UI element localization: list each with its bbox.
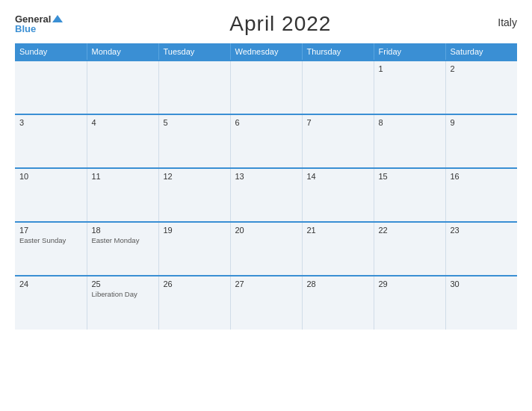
holiday-label: Easter Sunday: [19, 236, 82, 245]
table-row: 28: [302, 276, 374, 330]
table-row: 1: [374, 61, 445, 114]
table-row: [230, 61, 302, 114]
holiday-label: Easter Monday: [92, 236, 154, 245]
day-number: 29: [379, 279, 441, 288]
table-row: 23: [445, 222, 517, 276]
logo: General Blue: [15, 14, 63, 34]
table-row: 17Easter Sunday: [15, 222, 87, 276]
day-number: 4: [92, 118, 154, 127]
header-thursday: Thursday: [302, 43, 374, 61]
header-monday: Monday: [87, 43, 158, 61]
country-label: Italy: [498, 16, 517, 28]
table-row: 29: [374, 276, 445, 330]
day-number: 1: [379, 64, 441, 73]
table-row: 8: [374, 114, 445, 168]
day-number: 9: [451, 118, 513, 127]
header-saturday: Saturday: [445, 43, 517, 61]
table-row: 5: [158, 114, 230, 168]
header: General Blue April 2022 Italy: [15, 12, 517, 36]
day-number: 28: [307, 279, 369, 288]
calendar-week-row: 12: [15, 61, 517, 114]
header-tuesday: Tuesday: [158, 43, 230, 61]
day-number: 8: [379, 118, 441, 127]
table-row: 27: [230, 276, 302, 330]
calendar-page: General Blue April 2022 Italy Sunday Mon…: [0, 0, 532, 411]
day-number: 23: [451, 226, 513, 235]
table-row: 3: [15, 114, 87, 168]
table-row: 14: [302, 168, 374, 222]
day-number: 22: [379, 226, 441, 235]
day-number: 12: [164, 172, 226, 181]
day-number: 26: [164, 279, 226, 288]
table-row: 6: [230, 114, 302, 168]
calendar-week-row: 3456789: [15, 114, 517, 168]
table-row: 9: [445, 114, 517, 168]
day-number: 10: [19, 172, 82, 181]
day-number: 5: [164, 118, 226, 127]
day-number: 16: [451, 172, 513, 181]
day-number: 27: [235, 279, 297, 288]
table-row: 16: [445, 168, 517, 222]
table-row: 26: [158, 276, 230, 330]
day-number: 19: [164, 226, 226, 235]
day-number: 21: [307, 226, 369, 235]
day-number: 17: [19, 226, 82, 235]
table-row: 22: [374, 222, 445, 276]
day-number: 15: [379, 172, 441, 181]
day-number: 20: [235, 226, 297, 235]
header-sunday: Sunday: [15, 43, 87, 61]
day-number: 6: [235, 118, 297, 127]
calendar-title: April 2022: [229, 12, 331, 36]
table-row: [87, 61, 158, 114]
table-row: 15: [374, 168, 445, 222]
calendar-week-row: 17Easter Sunday18Easter Monday1920212223: [15, 222, 517, 276]
table-row: 18Easter Monday: [87, 222, 158, 276]
logo-blue-text: Blue: [15, 24, 36, 34]
day-number: 3: [19, 118, 82, 127]
day-number: 13: [235, 172, 297, 181]
table-row: 7: [302, 114, 374, 168]
table-row: 20: [230, 222, 302, 276]
header-wednesday: Wednesday: [230, 43, 302, 61]
day-number: 2: [451, 64, 513, 73]
table-row: 24: [15, 276, 87, 330]
day-number: 24: [19, 279, 82, 288]
calendar-table: Sunday Monday Tuesday Wednesday Thursday…: [15, 43, 517, 330]
days-header-row: Sunday Monday Tuesday Wednesday Thursday…: [15, 43, 517, 61]
logo-triangle-icon: [52, 15, 63, 22]
calendar-week-row: 10111213141516: [15, 168, 517, 222]
day-number: 11: [92, 172, 154, 181]
table-row: 10: [15, 168, 87, 222]
table-row: 25Liberation Day: [87, 276, 158, 330]
header-friday: Friday: [374, 43, 445, 61]
table-row: 21: [302, 222, 374, 276]
table-row: [15, 61, 87, 114]
table-row: 13: [230, 168, 302, 222]
day-number: 7: [307, 118, 369, 127]
table-row: [302, 61, 374, 114]
table-row: 12: [158, 168, 230, 222]
table-row: 30: [445, 276, 517, 330]
table-row: 11: [87, 168, 158, 222]
day-number: 30: [451, 279, 513, 288]
day-number: 18: [92, 226, 154, 235]
table-row: 4: [87, 114, 158, 168]
table-row: 19: [158, 222, 230, 276]
calendar-week-row: 2425Liberation Day2627282930: [15, 276, 517, 330]
day-number: 14: [307, 172, 369, 181]
holiday-label: Liberation Day: [92, 290, 154, 299]
table-row: [158, 61, 230, 114]
table-row: 2: [445, 61, 517, 114]
day-number: 25: [92, 279, 154, 288]
